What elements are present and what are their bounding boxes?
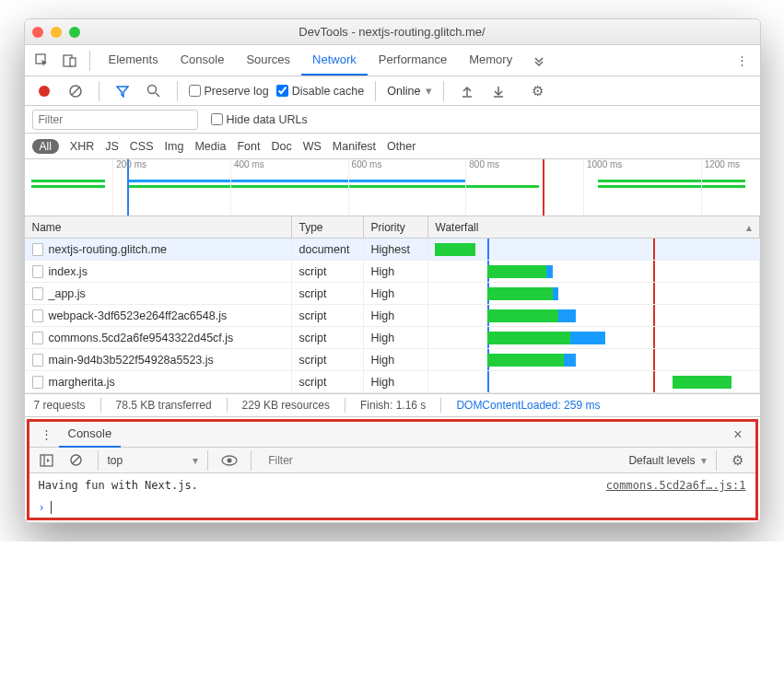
log-levels-select[interactable]: Default levels▾: [628, 454, 706, 467]
disable-cache-checkbox[interactable]: Disable cache: [276, 85, 365, 98]
request-row[interactable]: nextjs-routing.glitch.medocumentHighest: [25, 239, 760, 261]
request-type: script: [292, 371, 364, 392]
summary-finish: Finish: 1.16 s: [360, 399, 426, 412]
col-priority[interactable]: Priority: [364, 216, 428, 238]
file-icon: [32, 243, 43, 256]
type-filter-xhr[interactable]: XHR: [70, 140, 94, 153]
inspect-icon[interactable]: [30, 49, 54, 73]
search-icon[interactable]: [142, 79, 166, 103]
svg-rect-7: [41, 455, 53, 466]
timeline-tick: 200 ms: [112, 159, 146, 216]
console-filter-input[interactable]: [268, 451, 623, 470]
type-filter-img[interactable]: Img: [165, 140, 184, 153]
request-row[interactable]: margherita.jsscriptHigh: [25, 371, 760, 393]
col-type[interactable]: Type: [292, 216, 364, 238]
svg-line-10: [73, 457, 79, 463]
window-title: DevTools - nextjs-routing.glitch.me/: [25, 25, 760, 39]
request-waterfall: [428, 349, 760, 370]
clear-icon[interactable]: [64, 79, 88, 103]
export-har-icon[interactable]: [486, 79, 510, 103]
request-type: script: [292, 283, 364, 304]
tab-sources[interactable]: Sources: [235, 45, 301, 76]
more-tabs-icon[interactable]: [527, 49, 551, 73]
network-settings-icon[interactable]: ⚙: [525, 79, 549, 103]
summary-transferred: 78.5 KB transferred: [116, 399, 212, 412]
tab-performance[interactable]: Performance: [368, 45, 458, 76]
console-settings-icon[interactable]: ⚙: [726, 449, 750, 472]
titlebar: DevTools - nextjs-routing.glitch.me/: [25, 19, 760, 45]
tab-elements[interactable]: Elements: [98, 45, 170, 76]
record-button[interactable]: [32, 79, 56, 103]
timeline-tick: 600 ms: [348, 159, 382, 216]
live-expression-icon[interactable]: [217, 449, 241, 472]
network-toolbar: Preserve log Disable cache Online▾ ⚙: [25, 76, 760, 106]
request-priority: Highest: [364, 239, 428, 260]
console-message: Having fun with Next.js.: [39, 479, 198, 492]
request-waterfall: [428, 327, 760, 348]
type-filter-js[interactable]: JS: [105, 140, 119, 153]
type-filter-font[interactable]: Font: [237, 140, 260, 153]
svg-rect-2: [70, 58, 76, 66]
col-name[interactable]: Name: [25, 216, 292, 238]
request-priority: High: [364, 261, 428, 282]
type-filter-doc[interactable]: Doc: [271, 140, 291, 153]
type-filter-media[interactable]: Media: [194, 140, 226, 153]
request-name: commons.5cd2a6fe9543322d45cf.js: [49, 332, 234, 344]
type-filter-all[interactable]: All: [32, 139, 59, 154]
import-har-icon[interactable]: [455, 79, 479, 103]
request-waterfall: [428, 283, 760, 304]
context-select[interactable]: top▾: [108, 454, 199, 467]
request-row[interactable]: main-9d4b3b522f54928a5523.jsscriptHigh: [25, 349, 760, 371]
console-log-line: Having fun with Next.js. commons.5cd2a6f…: [29, 473, 755, 497]
request-row[interactable]: index.jsscriptHigh: [25, 261, 760, 283]
timeline-overview[interactable]: 200 ms400 ms600 ms800 ms1000 ms1200 ms: [25, 159, 760, 216]
file-icon: [32, 309, 43, 322]
close-drawer-icon[interactable]: ×: [733, 426, 742, 443]
console-prompt[interactable]: ›: [29, 497, 755, 518]
file-icon: [32, 265, 43, 278]
network-table-body: nextjs-routing.glitch.medocumentHighesti…: [25, 239, 760, 393]
type-filter-ws[interactable]: WS: [303, 140, 322, 153]
summary-domcontentloaded: DOMContentLoaded: 259 ms: [456, 399, 600, 412]
main-menu-icon[interactable]: ⋮: [731, 49, 755, 73]
request-type: script: [292, 305, 364, 326]
request-name: _app.js: [49, 287, 86, 300]
network-table-header: Name Type Priority Waterfall▴: [25, 216, 760, 239]
request-name: margherita.js: [49, 376, 115, 389]
col-waterfall[interactable]: Waterfall▴: [428, 216, 760, 238]
drawer-menu-icon[interactable]: ⋮: [35, 423, 59, 447]
console-tab[interactable]: Console: [59, 421, 122, 448]
device-toolbar-icon[interactable]: [58, 49, 82, 73]
svg-point-5: [148, 86, 157, 94]
request-type: script: [292, 349, 364, 370]
type-filter-other[interactable]: Other: [387, 140, 415, 153]
preserve-log-checkbox[interactable]: Preserve log: [189, 85, 269, 98]
request-row[interactable]: webpack-3df6523e264ff2ac6548.jsscriptHig…: [25, 305, 760, 327]
type-filter-css[interactable]: CSS: [130, 140, 154, 153]
console-clear-icon[interactable]: [64, 449, 88, 472]
console-sidebar-toggle-icon[interactable]: [35, 449, 59, 472]
throttling-select[interactable]: Online▾: [387, 84, 432, 98]
svg-point-12: [228, 458, 232, 462]
request-priority: High: [364, 349, 428, 370]
timeline-tick: 1000 ms: [583, 159, 622, 216]
type-filter-manifest[interactable]: Manifest: [333, 140, 376, 153]
request-type: script: [292, 261, 364, 282]
request-row[interactable]: _app.jsscriptHigh: [25, 283, 760, 305]
file-icon: [32, 332, 43, 344]
network-filter-input[interactable]: [32, 110, 198, 130]
console-source-link[interactable]: commons.5cd2a6f….js:1: [606, 479, 746, 492]
filter-toggle-icon[interactable]: [111, 79, 135, 103]
request-priority: High: [364, 305, 428, 326]
resource-type-filter: AllXHRJSCSSImgMediaFontDocWSManifestOthe…: [25, 134, 760, 159]
tab-console[interactable]: Console: [170, 45, 236, 76]
request-name: nextjs-routing.glitch.me: [49, 243, 168, 256]
filter-bar: Hide data URLs: [25, 106, 760, 134]
file-icon: [32, 376, 43, 389]
tab-network[interactable]: Network: [301, 45, 368, 76]
console-drawer: ⋮ Console × top▾ Default levels▾ ⚙ Havin…: [27, 419, 758, 520]
tab-memory[interactable]: Memory: [458, 45, 523, 76]
svg-line-4: [72, 87, 79, 95]
hide-data-urls-checkbox[interactable]: Hide data URLs: [211, 113, 308, 126]
request-row[interactable]: commons.5cd2a6fe9543322d45cf.jsscriptHig…: [25, 327, 760, 349]
